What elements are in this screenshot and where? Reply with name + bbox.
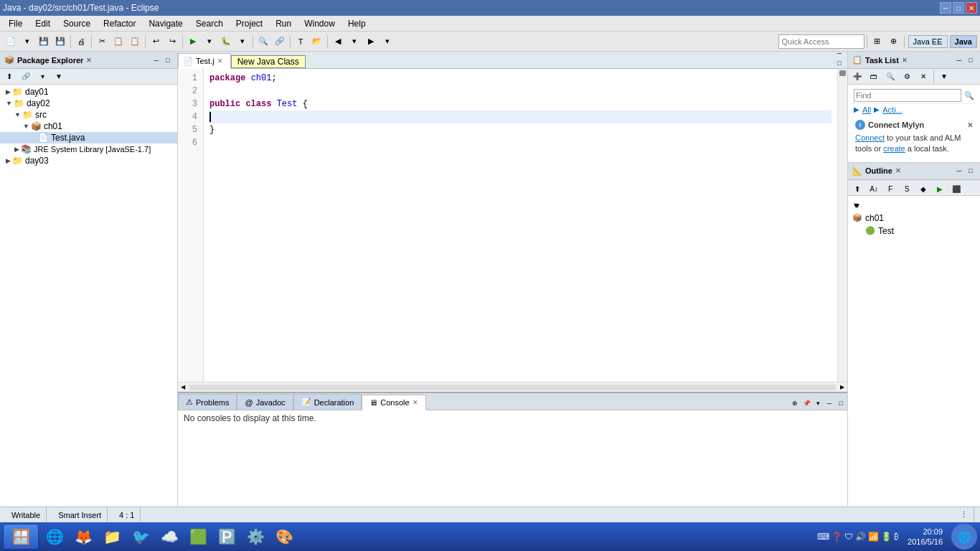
taskbar-ppt-btn[interactable]: 🅿️ xyxy=(214,524,240,550)
menu-project[interactable]: Project xyxy=(230,17,268,30)
tree-item-day02[interactable]: ▼ 📁 day02 xyxy=(0,98,177,109)
toolbar-run-btn[interactable]: ▶ xyxy=(185,34,201,50)
connect-link[interactable]: Connect xyxy=(855,133,885,142)
toolbar-open-resource-btn[interactable]: 📂 xyxy=(309,34,325,50)
outline-maximize-btn[interactable]: □ xyxy=(966,166,976,176)
tab-javadoc[interactable]: @ Javadoc xyxy=(237,394,293,410)
toolbar-new-btn[interactable]: 📄 xyxy=(3,34,19,50)
collapse-all-btn[interactable]: ⬆ xyxy=(1,69,17,85)
tree-arrow-jre[interactable]: ▶ xyxy=(14,146,19,153)
toolbar-undo-btn[interactable]: ↩ xyxy=(148,34,164,50)
toolbar-debug-btn[interactable]: 🐛 xyxy=(218,34,234,50)
tree-menu-btn[interactable]: ▾ xyxy=(34,69,50,85)
tree-item-jre[interactable]: ▶ 📚 JRE System Library [JavaSE-1.7] xyxy=(0,143,177,155)
toolbar-paste-btn[interactable]: 📋 xyxy=(127,34,143,50)
outline-item-ch01[interactable]: 📦 ch01 xyxy=(851,212,977,225)
toolbar-open-type-btn[interactable]: T xyxy=(293,34,308,50)
console-close-btn[interactable]: ✕ xyxy=(413,399,418,406)
maximize-panel-btn[interactable]: □ xyxy=(163,55,173,65)
toolbar-next-dropdown[interactable]: ▾ xyxy=(380,34,395,50)
toolbar-cut-btn[interactable]: ✂ xyxy=(94,34,110,50)
taskbar-mail-btn[interactable]: 🐦 xyxy=(128,524,154,550)
tree-arrow-ch01[interactable]: ▼ xyxy=(23,123,29,130)
code-editor[interactable]: package ch01; public class Test { } xyxy=(204,69,837,382)
tree-arrow-src[interactable]: ▼ xyxy=(14,111,21,118)
find-input[interactable] xyxy=(854,89,961,102)
outline-static-btn[interactable]: S xyxy=(899,182,915,197)
menu-run[interactable]: Run xyxy=(270,17,297,30)
bottom-pin-btn[interactable]: 📌 xyxy=(801,398,811,408)
tree-item-day03[interactable]: ▶ 📁 day03 xyxy=(0,155,177,166)
menu-source[interactable]: Source xyxy=(57,17,96,30)
quick-access-input[interactable] xyxy=(778,34,864,49)
tab-close-btn[interactable]: ✕ xyxy=(217,57,223,65)
toolbar-search-btn[interactable]: 🔍 xyxy=(255,34,271,50)
taskbar-globe-btn[interactable]: 🌐 xyxy=(951,524,977,550)
link-editor-btn[interactable]: 🔗 xyxy=(18,69,34,85)
menu-search[interactable]: Search xyxy=(190,17,229,30)
vertical-scrollbar[interactable] xyxy=(837,69,847,382)
toolbar-debug-dropdown[interactable]: ▾ xyxy=(235,34,250,50)
create-link[interactable]: create xyxy=(883,144,905,153)
outline-minimize-btn[interactable]: ─ xyxy=(954,166,964,176)
find-search-icon[interactable]: 🔍 xyxy=(964,91,974,100)
taskbar-browser-btn[interactable]: 🌐 xyxy=(42,524,67,550)
editor-tab-testjava[interactable]: 📄 Test.j ✕ xyxy=(178,53,231,69)
tree-item-ch01[interactable]: ▼ 📦 ch01 xyxy=(0,121,177,132)
tree-arrow-day03[interactable]: ▶ xyxy=(6,157,11,164)
outline-run-btn[interactable]: ▶ xyxy=(932,182,948,197)
editor-maximize-btn[interactable]: □ xyxy=(834,58,844,68)
scroll-track[interactable] xyxy=(189,385,836,390)
tab-console[interactable]: 🖥 Console ✕ xyxy=(362,395,425,410)
outline-nonpublic-btn[interactable]: ◆ xyxy=(915,182,931,197)
toolbar-print-btn[interactable]: 🖨 xyxy=(73,34,89,50)
horizontal-scrollbar[interactable]: ◀ ▶ xyxy=(178,382,847,392)
clock[interactable]: 20:09 2016/5/16 xyxy=(902,527,948,547)
menu-file[interactable]: File xyxy=(3,17,28,30)
bottom-view-menu-btn[interactable]: ▾ xyxy=(813,398,823,408)
taskbar-files-btn[interactable]: 📁 xyxy=(99,524,125,550)
view-menu-btn[interactable]: ▼ xyxy=(51,69,67,85)
persp-open-btn[interactable]: ⊕ xyxy=(886,34,902,50)
task-settings-btn[interactable]: ⚙ xyxy=(899,69,915,85)
outline-collapse-btn[interactable]: ⬆ xyxy=(849,182,865,197)
bottom-minimize-btn[interactable]: ─ xyxy=(824,398,834,408)
maximize-button[interactable]: □ xyxy=(953,2,964,14)
scroll-right-btn[interactable]: ▶ xyxy=(837,382,847,392)
taskbar-firefox-btn[interactable]: 🦊 xyxy=(70,524,96,550)
toolbar-copy-btn[interactable]: 📋 xyxy=(110,34,126,50)
tab-declaration[interactable]: 📝 Declaration xyxy=(293,394,362,410)
tree-arrow-day02[interactable]: ▼ xyxy=(6,100,12,107)
editor-content[interactable]: 1 2 3 4 5 6 package ch01; public class T… xyxy=(178,69,847,382)
bottom-open-console-btn[interactable]: ⊕ xyxy=(790,398,800,408)
filter-active-link[interactable]: Acti... xyxy=(882,105,903,114)
start-button[interactable]: 🪟 xyxy=(3,524,39,550)
taskbar-cloud-btn[interactable]: ☁️ xyxy=(156,524,182,550)
outline-item-test[interactable]: 🟢 Test xyxy=(851,225,977,237)
taskbar-paint-btn[interactable]: 🎨 xyxy=(271,524,297,550)
outline-sort-btn[interactable]: A↕ xyxy=(866,182,882,197)
menu-help[interactable]: Help xyxy=(342,17,372,30)
persp-layout-btn[interactable]: ⊞ xyxy=(870,34,885,50)
task-repos-btn[interactable]: 🗃 xyxy=(866,69,882,85)
editor-minimize-btn[interactable]: ─ xyxy=(834,48,844,58)
bottom-maximize-btn[interactable]: □ xyxy=(836,398,846,408)
menu-window[interactable]: Window xyxy=(298,17,341,30)
outline-stop-btn[interactable]: ⬛ xyxy=(948,182,964,197)
package-explorer-close-icon[interactable]: ✕ xyxy=(86,57,92,64)
perspective-java-btn[interactable]: Java xyxy=(950,35,977,48)
toolbar-save-all-btn[interactable]: 💾 xyxy=(52,34,68,50)
close-button[interactable]: ✕ xyxy=(966,2,977,14)
scroll-left-btn[interactable]: ◀ xyxy=(178,382,188,392)
tasklist-minimize-btn[interactable]: ─ xyxy=(954,55,964,65)
task-view-menu[interactable]: ▼ xyxy=(936,69,952,85)
new-task-btn[interactable]: ➕ xyxy=(849,69,865,85)
perspective-javaee-btn[interactable]: Java EE xyxy=(908,35,948,48)
tree-item-testjava[interactable]: ▶ 📄 Test.java xyxy=(0,132,177,143)
tree-item-src[interactable]: ▼ 📁 src xyxy=(0,109,177,121)
toolbar-run-dropdown[interactable]: ▾ xyxy=(202,34,217,50)
toolbar-redo-btn[interactable]: ↪ xyxy=(164,34,180,50)
task-delete-btn[interactable]: ✕ xyxy=(915,69,931,85)
taskbar-eclipse-btn[interactable]: ⚙️ xyxy=(242,524,268,550)
toolbar-save-btn[interactable]: 💾 xyxy=(36,34,52,50)
